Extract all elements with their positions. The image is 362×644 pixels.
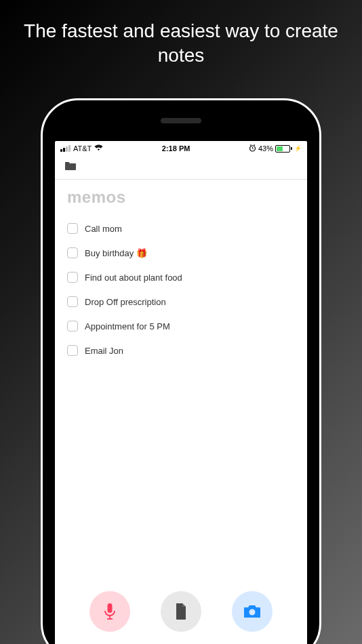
checkbox-icon[interactable] — [67, 247, 78, 258]
file-button[interactable] — [161, 591, 201, 632]
status-left: AT&T — [60, 144, 103, 153]
status-time: 2:18 PM — [162, 144, 190, 153]
memo-item[interactable]: Appointment for 5 PM — [67, 314, 295, 338]
battery-icon — [275, 145, 292, 153]
status-bar: AT&T 2:18 PM 43% — [55, 141, 307, 155]
wifi-icon — [94, 144, 103, 153]
memo-text: Drop Off prescription — [85, 297, 166, 307]
memo-item[interactable]: Buy birthday 🎁 — [67, 241, 295, 265]
alarm-icon — [249, 144, 256, 153]
svg-rect-1 — [107, 603, 112, 613]
checkbox-icon[interactable] — [67, 223, 78, 234]
mic-icon — [102, 602, 117, 621]
folder-icon[interactable] — [64, 161, 77, 173]
battery-pct: 43% — [258, 144, 273, 153]
camera-icon — [243, 604, 262, 619]
memo-text: Email Jon — [85, 346, 123, 356]
memo-item[interactable]: Email Jon — [67, 338, 295, 363]
memo-text: Call mom — [85, 224, 122, 234]
bottom-action-bar — [55, 580, 307, 644]
phone-speaker — [161, 118, 201, 123]
carrier-label: AT&T — [73, 144, 92, 153]
marketing-tagline: The fastest and easiest way to create no… — [0, 0, 362, 68]
toolbar — [55, 155, 307, 180]
checkbox-icon[interactable] — [67, 296, 78, 307]
memo-item[interactable]: Call mom — [67, 216, 295, 241]
phone-screen: AT&T 2:18 PM 43% — [55, 141, 307, 644]
memo-text: Buy birthday 🎁 — [85, 248, 147, 258]
svg-point-4 — [249, 609, 256, 616]
memo-text: Appointment for 5 PM — [85, 321, 170, 331]
mic-button[interactable] — [89, 591, 130, 632]
camera-button[interactable] — [232, 591, 273, 632]
checkbox-icon[interactable] — [67, 321, 78, 331]
status-right: 43% ⚡ — [249, 144, 302, 153]
memo-item[interactable]: Drop Off prescription — [67, 289, 295, 314]
content-area: memos Call mom Buy birthday 🎁 Find out a… — [55, 180, 307, 580]
memo-text: Find out about plant food — [85, 273, 182, 283]
phone-mockup-frame: AT&T 2:18 PM 43% — [41, 98, 321, 644]
signal-icon — [60, 145, 71, 152]
section-title: memos — [67, 188, 295, 207]
memo-item[interactable]: Find out about plant food — [67, 265, 295, 289]
file-icon — [174, 603, 188, 620]
checkbox-icon[interactable] — [67, 345, 78, 356]
memo-list: Call mom Buy birthday 🎁 Find out about p… — [67, 216, 295, 363]
checkbox-icon[interactable] — [67, 272, 78, 283]
charging-icon: ⚡ — [294, 145, 302, 152]
